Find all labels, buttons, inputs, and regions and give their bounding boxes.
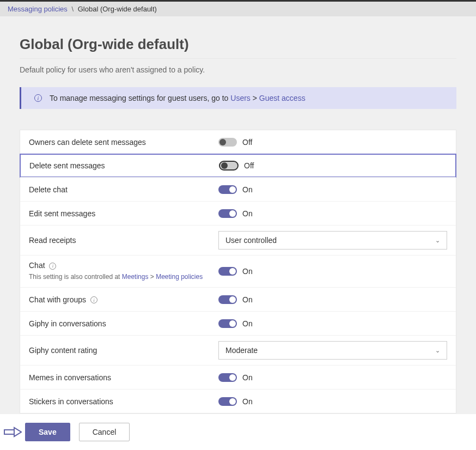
toggle-chat-groups[interactable] (218, 295, 237, 304)
setting-label: Memes in conversations (29, 373, 218, 382)
toggle-state-text: On (242, 267, 253, 276)
setting-giphy: Giphy in conversations On (20, 311, 456, 335)
setting-label: Owners can delete sent messages (29, 138, 218, 147)
select-read-receipts[interactable]: User controlled ⌄ (218, 231, 447, 250)
toggle-state-text: Off (244, 161, 254, 170)
footer-bar: Save Cancel (0, 413, 476, 450)
toggle-state-text: On (242, 373, 253, 382)
toggle-stickers[interactable] (218, 397, 237, 406)
setting-delete-sent: Delete sent messages Off (20, 154, 456, 178)
setting-delete-chat: Delete chat On (20, 177, 456, 201)
cancel-button[interactable]: Cancel (79, 423, 130, 441)
chevron-down-icon: ⌄ (435, 237, 440, 244)
setting-giphy-rating: Giphy content rating Moderate ⌄ (20, 335, 456, 365)
sub-link-meetings[interactable]: Meetings (122, 273, 149, 281)
info-banner: i To manage messaging settings for guest… (20, 87, 456, 109)
toggle-delete-chat[interactable] (218, 185, 237, 194)
setting-chat: Chat i This setting is also controlled a… (20, 255, 456, 287)
setting-label: Delete chat (29, 185, 218, 194)
setting-label: Edit sent messages (29, 209, 218, 218)
setting-label: Giphy content rating (29, 346, 218, 355)
setting-chat-groups: Chat with groups i On (20, 287, 456, 311)
setting-label: Chat with groups i (29, 295, 218, 304)
toggle-giphy[interactable] (218, 319, 237, 328)
sub-link-meeting-policies[interactable]: Meeting policies (156, 273, 203, 281)
setting-stickers: Stickers in conversations On (20, 389, 456, 413)
setting-edit-sent: Edit sent messages On (20, 201, 456, 225)
save-button[interactable]: Save (25, 423, 70, 441)
info-banner-text: To manage messaging settings for guest u… (50, 94, 306, 102)
toggle-edit-sent[interactable] (218, 209, 237, 218)
setting-label: Stickers in conversations (29, 397, 218, 406)
toggle-memes[interactable] (218, 373, 237, 382)
setting-memes: Memes in conversations On (20, 365, 456, 389)
select-value: Moderate (225, 346, 258, 355)
setting-label: Giphy in conversations (29, 319, 218, 328)
toggle-state-text: On (242, 185, 253, 194)
breadcrumb-separator: \ (71, 5, 74, 13)
setting-label: Delete sent messages (29, 161, 219, 170)
banner-link-guest-access[interactable]: Guest access (259, 94, 306, 102)
toggle-state-text: On (242, 319, 253, 328)
select-value: User controlled (225, 236, 277, 245)
breadcrumb-parent-link[interactable]: Messaging policies (8, 5, 68, 13)
toggle-state-text: On (242, 209, 253, 218)
breadcrumb: Messaging policies \ Global (Org-wide de… (0, 2, 476, 16)
arrow-icon (3, 426, 22, 438)
settings-card: Owners can delete sent messages Off Dele… (20, 130, 456, 413)
toggle-delete-sent[interactable] (219, 161, 239, 171)
info-icon[interactable]: i (90, 296, 97, 303)
page-title: Global (Org-wide default) (20, 36, 456, 59)
toggle-chat[interactable] (218, 267, 237, 276)
setting-owners-delete: Owners can delete sent messages Off (20, 130, 456, 154)
banner-link-users[interactable]: Users (230, 94, 251, 102)
toggle-state-text: On (242, 295, 253, 304)
info-icon: i (34, 94, 42, 102)
toggle-state-text: Off (242, 138, 252, 147)
breadcrumb-current: Global (Org-wide default) (78, 5, 157, 13)
svg-rect-0 (4, 430, 14, 434)
setting-label: Read receipts (29, 236, 218, 245)
info-icon[interactable]: i (49, 263, 56, 270)
select-giphy-rating[interactable]: Moderate ⌄ (218, 341, 447, 360)
setting-label: Chat i This setting is also controlled a… (29, 261, 218, 282)
setting-sublabel: This setting is also controlled at Meeti… (29, 272, 210, 282)
chevron-down-icon: ⌄ (435, 347, 440, 354)
toggle-state-text: On (242, 397, 253, 406)
setting-read-receipts: Read receipts User controlled ⌄ (20, 225, 456, 255)
toggle-owners-delete[interactable] (218, 138, 237, 147)
page-description: Default policy for users who aren't assi… (20, 65, 456, 74)
